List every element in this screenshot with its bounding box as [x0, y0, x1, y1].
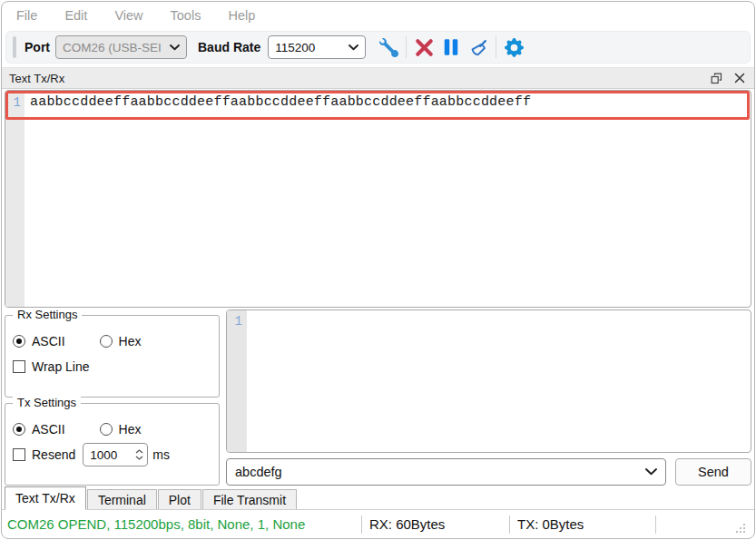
panel-title: Text Tx/Rx — [9, 72, 64, 85]
send-input-value: abcdefg — [235, 465, 282, 479]
toolbar-separator — [496, 36, 496, 58]
tab-text-tx-rx[interactable]: Text Tx/Rx — [5, 486, 86, 510]
resize-grip-icon[interactable] — [734, 522, 747, 535]
tx-ascii-label: ASCII — [32, 422, 65, 437]
rx-ascii-radio[interactable] — [13, 335, 25, 348]
connection-status: COM26 OPEND, 115200bps, 8bit, None, 1, N… — [7, 516, 361, 532]
menu-bar: File Edit View Tools Help — [2, 2, 754, 29]
port-label: Port — [25, 40, 50, 54]
wrench-icon[interactable] — [375, 34, 402, 60]
spin-down-icon[interactable] — [135, 456, 143, 460]
clear-icon[interactable] — [465, 34, 492, 60]
wrap-line-checkbox[interactable] — [13, 360, 25, 373]
chevron-down-icon — [164, 44, 180, 51]
baud-rate-label: Baud Rate — [198, 40, 260, 54]
tab-plot[interactable]: Plot — [158, 489, 201, 509]
resend-interval-stepper[interactable]: 1000 — [83, 443, 148, 466]
status-bar: COM26 OPEND, 115200bps, 8bit, None, 1, N… — [2, 510, 754, 538]
menu-edit[interactable]: Edit — [64, 8, 87, 23]
toolbar: Port COM26 (USB-SEI Baud Rate 115200 — [5, 31, 751, 64]
menu-help[interactable]: Help — [228, 8, 255, 23]
tab-file-transmit[interactable]: File Transmit — [202, 489, 297, 509]
menu-view[interactable]: View — [114, 8, 142, 23]
wrap-line-label: Wrap Line — [32, 359, 90, 374]
port-value: COM26 (USB-SEI — [63, 41, 162, 54]
float-panel-icon[interactable] — [709, 71, 723, 85]
rx-hex-radio[interactable] — [100, 335, 113, 348]
send-input-combobox[interactable]: abcdefg — [226, 458, 666, 486]
close-port-icon[interactable] — [410, 34, 437, 60]
port-combobox[interactable]: COM26 (USB-SEI — [55, 35, 187, 59]
tx-settings-group: Tx Settings ASCII Hex Resend 1000 — [5, 403, 220, 486]
status-separator — [655, 515, 656, 534]
line-number: 1 — [235, 314, 242, 329]
tx-hex-label: Hex — [119, 422, 142, 437]
tx-settings-title: Tx Settings — [13, 396, 81, 409]
tx-ascii-radio[interactable] — [13, 423, 25, 436]
resend-label: Resend — [32, 447, 75, 462]
lower-section: Rx Settings ASCII Hex Wrap Line Tx Setti… — [2, 308, 754, 486]
toolbar-drag-handle[interactable] — [13, 36, 16, 58]
rx-ascii-label: ASCII — [32, 334, 65, 349]
send-row: abcdefg Send — [226, 458, 751, 486]
toolbar-area: Port COM26 (USB-SEI Baud Rate 115200 — [2, 29, 754, 67]
tab-terminal[interactable]: Terminal — [87, 489, 157, 509]
chevron-down-icon — [343, 44, 358, 51]
rx-data-line: aabbccddeeffaabbccddeeffaabbccddeeffaabb… — [30, 94, 531, 110]
line-number: 1 — [14, 95, 21, 110]
baud-rate-value: 115200 — [275, 41, 315, 54]
bottom-tab-bar: Text Tx/Rx Terminal Plot File Transmit — [2, 486, 754, 510]
rx-settings-title: Rx Settings — [13, 308, 82, 321]
tx-text-area[interactable]: 1 — [226, 309, 751, 453]
settings-column: Rx Settings ASCII Hex Wrap Line Tx Setti… — [5, 309, 220, 486]
resend-checkbox[interactable] — [13, 448, 25, 461]
tx-byte-count: TX: 0Bytes — [510, 516, 655, 532]
spin-up-icon[interactable] — [135, 449, 143, 454]
close-panel-icon[interactable] — [732, 71, 747, 85]
settings-gear-icon[interactable] — [500, 34, 527, 60]
line-number-gutter: 1 — [227, 310, 247, 452]
toolbar-separator — [406, 36, 407, 58]
interval-unit-label: ms — [152, 447, 170, 462]
menu-file[interactable]: File — [16, 8, 37, 23]
tx-hex-radio[interactable] — [100, 423, 113, 436]
send-button[interactable]: Send — [675, 458, 751, 486]
rx-byte-count: RX: 60Bytes — [362, 516, 509, 532]
dock-panel-header: Text Tx/Rx — [2, 67, 754, 89]
line-number-gutter: 1 — [5, 91, 25, 307]
tx-column: 1 abcdefg Send — [226, 309, 751, 486]
rx-hex-label: Hex — [119, 334, 142, 349]
chevron-down-icon — [645, 468, 657, 476]
rx-text-area[interactable]: 1 aabbccddeeffaabbccddeeffaabbccddeeffaa… — [5, 90, 751, 308]
pause-icon[interactable] — [437, 34, 465, 60]
menu-tools[interactable]: Tools — [171, 8, 201, 23]
rx-settings-group: Rx Settings ASCII Hex Wrap Line — [5, 315, 220, 398]
baud-rate-combobox[interactable]: 115200 — [268, 35, 366, 59]
app-window: File Edit View Tools Help Port COM26 (US… — [1, 1, 755, 539]
resend-interval-value: 1000 — [90, 448, 135, 462]
